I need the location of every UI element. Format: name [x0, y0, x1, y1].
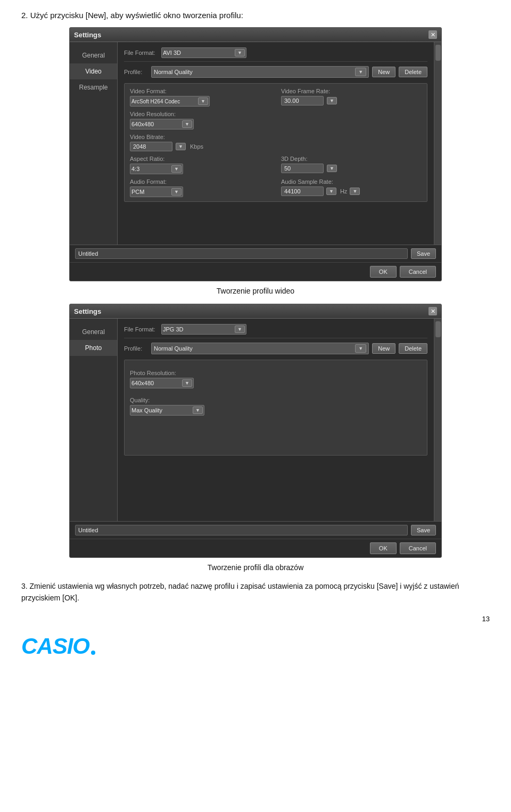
- scrollbar[interactable]: [434, 42, 441, 245]
- ok-button[interactable]: OK: [370, 266, 397, 278]
- step3-text: 3. Zmienić ustawienia wg własnych potrze…: [21, 580, 490, 604]
- audio-format-value: PCM: [131, 189, 170, 195]
- audio-format-label: Audio Format:: [130, 178, 270, 185]
- dialog2-file-format-label: File Format:: [124, 326, 161, 332]
- profile-name-input[interactable]: [75, 248, 408, 259]
- bitrate-arrow[interactable]: ▼: [176, 143, 186, 150]
- video-bitrate-section: Video Bitrate: 2048 ▼ Kbps: [130, 134, 422, 151]
- dialog-body: General Video Resample File Format: AVI …: [70, 42, 441, 245]
- photo-settings-dialog: Settings ✕ General Photo File Format: JP…: [69, 304, 442, 558]
- dialog2-main-content: File Format: JPG 3D ▼ Profile: Normal Qu…: [118, 319, 434, 521]
- profile-dropdown-arrow[interactable]: ▼: [355, 68, 366, 76]
- video-resolution-value: 640x480: [131, 121, 181, 127]
- dialog-main-content: File Format: AVI 3D ▼ Profile: Normal Qu…: [118, 42, 434, 245]
- dialog-title: Settings: [74, 31, 101, 39]
- audio-sample-rate-col: Audio Sample Rate: 44100 ▼ Hz ▼: [281, 178, 422, 197]
- video-bitrate-label: Video Bitrate:: [130, 134, 422, 140]
- dialog2-profile-dropdown-arrow[interactable]: ▼: [355, 344, 366, 353]
- dialog2-file-format-value: JPG 3D: [163, 326, 184, 332]
- audio-rate-extra-arrow[interactable]: ▼: [350, 188, 360, 195]
- cancel-button[interactable]: Cancel: [400, 266, 436, 278]
- dialog2-scrollbar[interactable]: [434, 319, 441, 521]
- video-resolution-arrow[interactable]: ▼: [182, 120, 192, 128]
- video-format-col: Video Format: ArcSoft H264 Codec ▼: [130, 88, 270, 107]
- dialog2-scroll-thumb: [435, 321, 441, 337]
- video-format-select[interactable]: ArcSoft H264 Codec ▼: [130, 96, 210, 107]
- sidebar-item-resample[interactable]: Resample: [70, 79, 117, 95]
- dialog2-new-button[interactable]: New: [372, 343, 395, 354]
- frame-rate-value: 30.00: [281, 96, 324, 105]
- video-settings-dialog: Settings ✕ General Video Resample File F…: [69, 27, 442, 281]
- aspect-ratio-arrow[interactable]: ▼: [171, 165, 182, 173]
- photo-resolution-label: Photo Resolution:: [130, 370, 422, 376]
- aspect-ratio-select[interactable]: 4:3 ▼: [130, 164, 183, 174]
- delete-button[interactable]: Delete: [399, 67, 427, 77]
- audio-format-arrow[interactable]: ▼: [171, 188, 182, 196]
- depth-3d-col: 3D Depth: 50 ▼: [281, 156, 422, 174]
- file-format-label: File Format:: [124, 50, 161, 56]
- dialog2-close-button[interactable]: ✕: [428, 307, 437, 315]
- photo-resolution-select[interactable]: 640x480 ▼: [130, 378, 194, 388]
- dialog2-sidebar: General Photo: [70, 319, 118, 521]
- frame-rate-arrow[interactable]: ▼: [327, 97, 337, 104]
- file-format-row: File Format: AVI 3D ▼: [124, 47, 427, 62]
- audio-format-col: Audio Format: PCM ▼: [130, 178, 270, 197]
- file-format-arrow[interactable]: ▼: [235, 49, 245, 56]
- dialog2-ok-button[interactable]: OK: [370, 542, 397, 554]
- hz-label: Hz: [340, 188, 347, 194]
- frame-rate-label: Video Frame Rate:: [281, 88, 422, 94]
- dialog2-title: Settings: [74, 307, 101, 315]
- caption-1: Tworzenie profilu wideo: [21, 287, 490, 295]
- quality-arrow[interactable]: ▼: [193, 407, 203, 414]
- audio-format-select[interactable]: PCM ▼: [130, 186, 183, 197]
- casio-logo-dot: [91, 651, 95, 655]
- dialog-sidebar: General Video Resample: [70, 42, 118, 245]
- sidebar2-item-photo[interactable]: Photo: [70, 340, 117, 356]
- video-resolution-select[interactable]: 640x480 ▼: [130, 119, 194, 129]
- depth-3d-arrow[interactable]: ▼: [327, 165, 337, 172]
- video-bitrate-value: 2048: [130, 142, 172, 151]
- dialog2-file-format-select[interactable]: JPG 3D ▼: [161, 324, 246, 335]
- photo-resolution-value: 640x480: [131, 380, 181, 386]
- audio-sample-rate-arrow[interactable]: ▼: [326, 188, 336, 195]
- caption-2: Tworzenie profili dla obrazów: [21, 563, 490, 572]
- quality-select[interactable]: Max Quality ▼: [130, 405, 204, 416]
- profile-label: Profile:: [124, 69, 148, 75]
- profile-select[interactable]: Normal Quality ▼: [151, 66, 369, 78]
- dialog2-profile-name-input[interactable]: [75, 525, 408, 535]
- aspect-ratio-value: 4:3: [131, 166, 170, 172]
- dialog2-save-button[interactable]: Save: [411, 525, 436, 535]
- file-format-select[interactable]: AVI 3D ▼: [161, 47, 246, 58]
- aspect-ratio-col: Aspect Ratio: 4:3 ▼: [130, 156, 270, 174]
- new-button[interactable]: New: [372, 67, 395, 77]
- depth-3d-label: 3D Depth:: [281, 156, 422, 162]
- dialog2-profile-value: Normal Quality: [154, 345, 355, 352]
- dialog2-cancel-button[interactable]: Cancel: [400, 542, 436, 554]
- profile-row: Profile: Normal Quality ▼ New Delete: [124, 66, 427, 78]
- audio-sample-rate-value: 44100: [281, 186, 324, 196]
- dialog2-profile-select[interactable]: Normal Quality ▼: [151, 343, 369, 354]
- photo-resolution-arrow[interactable]: ▼: [182, 379, 192, 387]
- audio-section: Audio Format: PCM ▼ Audio Sample Rate: 4…: [130, 178, 422, 197]
- dialog-titlebar: Settings ✕: [70, 28, 441, 42]
- video-resolution-section: Video Resolution: 640x480 ▼: [130, 111, 422, 129]
- page-number: 13: [21, 615, 490, 623]
- audio-sample-rate-label: Audio Sample Rate:: [281, 178, 422, 185]
- casio-logo: CASIO: [21, 634, 490, 659]
- save-button[interactable]: Save: [411, 248, 436, 259]
- dialog2-file-format-arrow[interactable]: ▼: [235, 326, 245, 333]
- close-button[interactable]: ✕: [428, 30, 437, 39]
- intro-text: 2. Użyć przycisku [New], aby wyświetlić …: [21, 11, 490, 20]
- video-format-arrow[interactable]: ▼: [198, 98, 208, 105]
- dialog2-delete-button[interactable]: Delete: [399, 343, 427, 354]
- sidebar-item-general[interactable]: General: [70, 47, 117, 63]
- sidebar-item-video[interactable]: Video: [70, 63, 117, 79]
- video-settings-panel: Video Format: ArcSoft H264 Codec ▼ Video…: [124, 83, 427, 202]
- casio-logo-text: CASIO: [21, 634, 89, 659]
- quality-label: Quality:: [130, 397, 422, 403]
- dialog2-bottom-bar: Save: [70, 521, 441, 539]
- dialog2-footer: OK Cancel: [70, 539, 441, 557]
- sidebar2-item-general[interactable]: General: [70, 324, 117, 340]
- file-format-value: AVI 3D: [163, 50, 181, 56]
- quality-value: Max Quality: [131, 407, 192, 413]
